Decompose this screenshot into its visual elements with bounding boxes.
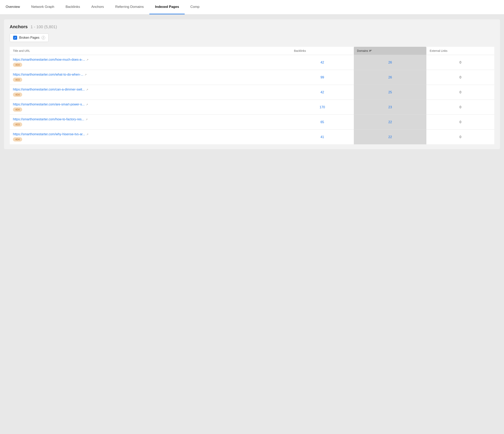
table-row: https://smarthomestarter.com/how-much-do… [10, 55, 494, 70]
nav-bar: OverviewNetwork GraphBacklinksAnchorsRef… [0, 0, 504, 15]
section-subtitle: 1 - 100 (5,801) [30, 25, 57, 29]
table-row: https://smarthomestarter.com/are-smart-p… [10, 100, 494, 115]
external-link-icon: ↗ [86, 88, 88, 91]
url-cell: https://smarthomestarter.com/how-much-do… [10, 55, 291, 70]
sort-icon [369, 50, 372, 52]
filter-label: Broken Pages [19, 36, 39, 39]
col-header-domains[interactable]: Domains [354, 47, 427, 55]
table-row: https://smarthomestarter.com/what-to-do-… [10, 70, 494, 85]
nav-item-indexed-pages[interactable]: Indexed Pages [149, 0, 185, 14]
nav-item-anchors[interactable]: Anchors [86, 0, 109, 14]
broken-pages-filter[interactable]: Broken Pages i [10, 34, 49, 42]
backlinks-cell: 99 [291, 70, 354, 85]
domains-cell: 23 [354, 100, 427, 115]
col-header-backlinks: Backlinks [291, 47, 354, 55]
external-link-icon: ↗ [86, 58, 89, 61]
status-badge: 404 [13, 92, 22, 97]
domains-cell: 22 [354, 130, 427, 145]
url-link[interactable]: https://smarthomestarter.com/what-to-do-… [13, 73, 87, 76]
section-title: Anchors [10, 24, 28, 29]
table-row: https://smarthomestarter.com/can-a-dimme… [10, 85, 494, 100]
external-links-cell: 0 [426, 130, 494, 145]
info-icon[interactable]: i [42, 36, 45, 39]
backlinks-cell: 42 [291, 55, 354, 70]
table-header-row: Title and URL Backlinks Domains Exter [10, 47, 494, 55]
url-cell: https://smarthomestarter.com/can-a-dimme… [10, 85, 291, 100]
url-cell: https://smarthomestarter.com/how-to-fact… [10, 115, 291, 130]
nav-item-referring-domains[interactable]: Referring Domains [109, 0, 149, 14]
domains-cell: 25 [354, 85, 427, 100]
url-link[interactable]: https://smarthomestarter.com/why-hisense… [13, 132, 89, 136]
nav-item-comp[interactable]: Comp [185, 0, 205, 14]
url-link[interactable]: https://smarthomestarter.com/how-much-do… [13, 58, 89, 62]
table-row: https://smarthomestarter.com/why-hisense… [10, 130, 494, 145]
domains-cell: 26 [354, 70, 427, 85]
filter-row: Broken Pages i [10, 34, 494, 42]
external-links-cell: 0 [426, 115, 494, 130]
status-badge: 404 [13, 137, 22, 142]
external-links-cell: 0 [426, 70, 494, 85]
status-badge: 404 [13, 108, 22, 112]
url-cell: https://smarthomestarter.com/are-smart-p… [10, 100, 291, 115]
url-cell: https://smarthomestarter.com/why-hisense… [10, 130, 291, 145]
nav-item-network-graph[interactable]: Network Graph [26, 0, 60, 14]
checkbox-icon [13, 36, 17, 40]
external-link-icon: ↗ [85, 118, 88, 121]
domains-cell: 22 [354, 115, 427, 130]
col-header-url: Title and URL [10, 47, 291, 55]
domains-cell: 26 [354, 55, 427, 70]
url-link[interactable]: https://smarthomestarter.com/can-a-dimme… [13, 88, 88, 91]
col-header-external: External Links [426, 47, 494, 55]
url-cell: https://smarthomestarter.com/what-to-do-… [10, 70, 291, 85]
external-links-cell: 0 [426, 85, 494, 100]
external-link-icon: ↗ [84, 73, 87, 76]
nav-item-backlinks[interactable]: Backlinks [60, 0, 86, 14]
main-content: Anchors 1 - 100 (5,801) Broken Pages i T… [0, 15, 504, 154]
status-badge: 404 [13, 63, 22, 67]
external-links-cell: 0 [426, 100, 494, 115]
backlinks-cell: 170 [291, 100, 354, 115]
table-body: https://smarthomestarter.com/how-much-do… [10, 55, 494, 145]
backlinks-cell: 65 [291, 115, 354, 130]
backlinks-cell: 42 [291, 85, 354, 100]
external-links-cell: 0 [426, 55, 494, 70]
status-badge: 403 [13, 122, 22, 127]
url-link[interactable]: https://smarthomestarter.com/how-to-fact… [13, 118, 88, 121]
data-table: Title and URL Backlinks Domains Exter [10, 47, 494, 144]
content-card: Anchors 1 - 100 (5,801) Broken Pages i T… [4, 19, 500, 149]
section-header: Anchors 1 - 100 (5,801) [10, 24, 494, 29]
table-row: https://smarthomestarter.com/how-to-fact… [10, 115, 494, 130]
nav-item-overview[interactable]: Overview [0, 0, 26, 14]
external-link-icon: ↗ [86, 103, 88, 106]
external-link-icon: ↗ [86, 133, 89, 136]
status-badge: 403 [13, 78, 22, 82]
backlinks-cell: 41 [291, 130, 354, 145]
url-link[interactable]: https://smarthomestarter.com/are-smart-p… [13, 103, 88, 106]
